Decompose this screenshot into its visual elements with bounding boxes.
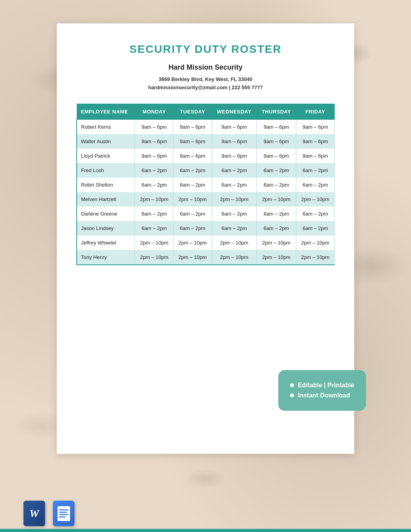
schedule-cell: 6am – 2pm — [296, 207, 334, 221]
schedule-cell: 2pm – 10pm — [135, 235, 173, 250]
schedule-cell: 6am – 2pm — [135, 178, 173, 192]
address-line2: hardmissionsecurity@zmail.com | 222 555 … — [76, 84, 335, 92]
schedule-cell: 9am – 6pm — [212, 119, 256, 134]
schedule-cell: 2pm – 10pm — [212, 250, 256, 265]
docs-line-1 — [59, 509, 68, 510]
schedule-cell: 6am – 2pm — [173, 178, 212, 192]
schedule-cell: 2pm – 10pm — [212, 235, 256, 250]
table-header-row: EMPLOYEE NAME MONDAY TUESDAY WEDNESDAY T… — [77, 104, 335, 119]
company-address: 3669 Berkley Blvd, Key West, FL 33040 ha… — [76, 75, 335, 92]
employee-name-cell: Robert Kerns — [77, 119, 135, 134]
schedule-cell: 2pm – 10pm — [135, 192, 173, 207]
schedule-cell: 9am – 6pm — [256, 149, 296, 163]
feature-label-2: Instant Download — [298, 392, 350, 399]
schedule-cell: 6am – 2pm — [256, 207, 296, 221]
schedule-cell: 9am – 6pm — [296, 134, 334, 149]
docs-line-2 — [59, 512, 67, 513]
table-row: Robert Kerns9am – 6pm9am – 6pm9am – 6pm9… — [77, 119, 335, 134]
word-icon[interactable] — [23, 501, 45, 526]
schedule-cell: 9am – 6pm — [256, 134, 296, 149]
google-docs-icon[interactable] — [53, 501, 74, 526]
employee-name-cell: Walter Austin — [77, 134, 135, 149]
schedule-cell: 9am – 6pm — [173, 149, 212, 163]
col-header-tuesday: TUESDAY — [173, 104, 212, 119]
roster-table: EMPLOYEE NAME MONDAY TUESDAY WEDNESDAY T… — [76, 104, 335, 265]
bottom-bar — [0, 529, 411, 532]
features-badge: Editable | Printable Instant Download — [278, 370, 366, 411]
employee-name-cell: Lloyd Patrick — [77, 149, 135, 163]
employee-name-cell: Jeffrey Wheeler — [77, 235, 135, 250]
table-row: Jeffrey Wheeler2pm – 10pm2pm – 10pm2pm –… — [77, 235, 335, 250]
col-header-friday: FRIDAY — [296, 104, 334, 119]
schedule-cell: 6am – 2pm — [296, 163, 334, 178]
schedule-cell: 2pm – 10pm — [212, 192, 256, 207]
schedule-cell: 9am – 6pm — [212, 149, 256, 163]
table-row: Lloyd Patrick9am – 6pm9am – 6pm9am – 6pm… — [77, 149, 335, 163]
schedule-cell: 2pm – 10pm — [296, 250, 334, 265]
schedule-cell: 2pm – 10pm — [173, 235, 212, 250]
table-row: Walter Austin9am – 6pm9am – 6pm9am – 6pm… — [77, 134, 335, 149]
employee-name-cell: Tony Henry — [77, 250, 135, 265]
schedule-cell: 9am – 6pm — [173, 134, 212, 149]
table-row: Melven Hartzell2pm – 10pm2pm – 10pm2pm –… — [77, 192, 335, 207]
schedule-cell: 2pm – 10pm — [256, 192, 296, 207]
docs-line-4 — [59, 516, 66, 518]
company-name: Hard Mission Security — [76, 63, 335, 72]
employee-name-cell: Melven Hartzell — [77, 192, 135, 207]
schedule-cell: 2pm – 10pm — [256, 250, 296, 265]
schedule-cell: 6am – 2pm — [296, 178, 334, 192]
table-row: Robin Shelton6am – 2pm6am – 2pm6am – 2pm… — [77, 178, 335, 192]
schedule-cell: 6am – 2pm — [173, 163, 212, 178]
schedule-cell: 6am – 2pm — [135, 207, 173, 221]
schedule-cell: 6am – 2pm — [212, 163, 256, 178]
schedule-cell: 2pm – 10pm — [256, 235, 296, 250]
docs-line-3 — [59, 514, 68, 515]
schedule-cell: 6am – 2pm — [256, 221, 296, 235]
schedule-cell: 6am – 2pm — [173, 221, 212, 235]
feature-label-1: Editable | Printable — [298, 382, 354, 389]
bullet-icon-2 — [290, 394, 294, 397]
col-header-thursday: THURSDAY — [256, 104, 296, 119]
schedule-cell: 6am – 2pm — [256, 163, 296, 178]
document-card: SECURITY DUTY ROSTER Hard Mission Securi… — [57, 23, 354, 454]
employee-name-cell: Fred Losh — [77, 163, 135, 178]
bullet-icon — [290, 383, 294, 387]
table-row: Jason Lindsey6am – 2pm6am – 2pm6am – 2pm… — [77, 221, 335, 235]
schedule-cell: 2pm – 10pm — [135, 250, 173, 265]
schedule-cell: 2pm – 10pm — [173, 192, 212, 207]
schedule-cell: 9am – 6pm — [296, 119, 334, 134]
schedule-cell: 6am – 2pm — [173, 207, 212, 221]
col-header-monday: MONDAY — [135, 104, 173, 119]
employee-name-cell: Darlene Greene — [77, 207, 135, 221]
schedule-cell: 9am – 6pm — [135, 149, 173, 163]
schedule-cell: 9am – 6pm — [212, 134, 256, 149]
schedule-cell: 9am – 6pm — [173, 119, 212, 134]
schedule-cell: 2pm – 10pm — [296, 192, 334, 207]
col-header-employee: EMPLOYEE NAME — [77, 104, 135, 119]
feature-item-1: Editable | Printable — [290, 382, 354, 389]
docs-icon-inner — [58, 506, 70, 521]
schedule-cell: 6am – 2pm — [212, 178, 256, 192]
schedule-cell: 6am – 2pm — [296, 221, 334, 235]
schedule-cell: 6am – 2pm — [256, 178, 296, 192]
schedule-cell: 9am – 6pm — [296, 149, 334, 163]
schedule-cell: 2pm – 10pm — [296, 235, 334, 250]
table-row: Fred Losh6am – 2pm6am – 2pm6am – 2pm6am … — [77, 163, 335, 178]
employee-name-cell: Jason Lindsey — [77, 221, 135, 235]
schedule-cell: 6am – 2pm — [135, 221, 173, 235]
schedule-cell: 9am – 6pm — [135, 119, 173, 134]
feature-item-2: Instant Download — [290, 392, 354, 399]
table-row: Darlene Greene6am – 2pm6am – 2pm6am – 2p… — [77, 207, 335, 221]
employee-name-cell: Robin Shelton — [77, 178, 135, 192]
schedule-cell: 9am – 6pm — [256, 119, 296, 134]
bottom-icons-area — [23, 501, 74, 526]
schedule-cell: 6am – 2pm — [135, 163, 173, 178]
document-title: SECURITY DUTY ROSTER — [76, 43, 335, 56]
schedule-cell: 9am – 6pm — [135, 134, 173, 149]
col-header-wednesday: WEDNESDAY — [212, 104, 256, 119]
schedule-cell: 6am – 2pm — [212, 207, 256, 221]
schedule-cell: 2pm – 10pm — [173, 250, 212, 265]
table-row: Tony Henry2pm – 10pm2pm – 10pm2pm – 10pm… — [77, 250, 335, 265]
schedule-cell: 6am – 2pm — [212, 221, 256, 235]
address-line1: 3669 Berkley Blvd, Key West, FL 33040 — [76, 75, 335, 84]
